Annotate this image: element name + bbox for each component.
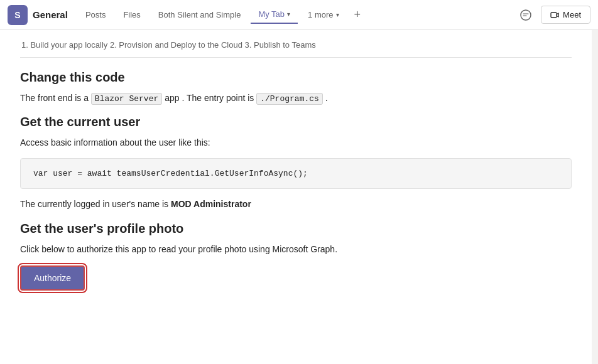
video-icon xyxy=(550,11,559,19)
app-icon: S xyxy=(8,5,28,25)
more-chevron-icon: ▾ xyxy=(336,11,339,18)
add-tab-button[interactable]: + xyxy=(349,4,366,25)
profile-photo-title: Get the user's profile photo xyxy=(20,222,572,236)
tab-more[interactable]: 1 more ▾ xyxy=(300,6,346,23)
tab-both-silent[interactable]: Both Silent and Simple xyxy=(151,6,249,23)
change-code-description: The front end is a Blazor Server app . T… xyxy=(20,91,572,106)
tab-posts[interactable]: Posts xyxy=(78,6,114,23)
content-panel: 1. Build your app locally 2. Provision a… xyxy=(0,30,592,364)
nav-tabs: Posts Files Both Silent and Simple My Ta… xyxy=(78,4,516,25)
right-sidebar xyxy=(592,30,598,364)
chat-icon xyxy=(520,9,531,21)
tab-files[interactable]: Files xyxy=(116,6,148,23)
change-code-title: Change this code xyxy=(20,70,572,85)
tab-my-tab[interactable]: My Tab ▾ xyxy=(251,6,298,24)
svg-point-0 xyxy=(521,10,531,20)
topbar-right: Meet xyxy=(516,5,590,25)
my-tab-chevron-icon: ▾ xyxy=(287,11,290,18)
logged-in-user-text: The currently logged in user's name is M… xyxy=(20,199,572,209)
blazor-server-code: Blazor Server xyxy=(91,93,162,105)
svg-rect-1 xyxy=(551,13,557,18)
current-user-description: Access basic information about the user … xyxy=(20,136,572,149)
profile-photo-description: Click below to authorize this app to rea… xyxy=(20,242,572,256)
code-block: var user = await teamsUserCredential.Get… xyxy=(20,158,572,189)
program-cs-code: ./Program.cs xyxy=(256,93,323,105)
meet-button[interactable]: Meet xyxy=(541,6,590,24)
chat-icon-button[interactable] xyxy=(516,5,536,25)
channel-name: General xyxy=(33,9,68,20)
steps-bar: 1. Build your app locally 2. Provision a… xyxy=(20,40,572,58)
topbar: S General Posts Files Both Silent and Si… xyxy=(0,0,598,30)
logged-in-user-name: MOD Administrator xyxy=(171,199,251,209)
authorize-button[interactable]: Authorize xyxy=(20,265,85,291)
current-user-title: Get the current user xyxy=(20,115,572,129)
main-content: 1. Build your app locally 2. Provision a… xyxy=(0,30,598,364)
